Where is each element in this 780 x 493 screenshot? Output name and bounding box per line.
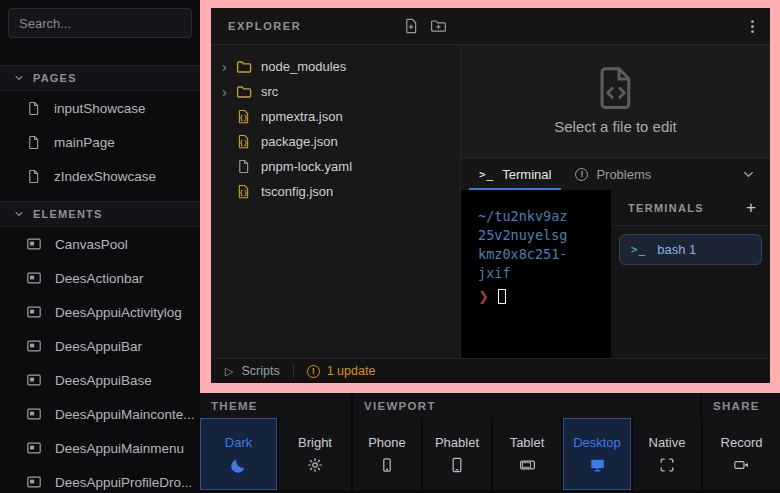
button-label: Phablet	[435, 435, 479, 450]
sidebar-item-deesappuibase[interactable]: DeesAppuiBase	[0, 363, 200, 397]
sidebar-section-pages[interactable]: PAGES	[0, 65, 200, 91]
terminal-output[interactable]: ~/tu2nkv9az 25v2nuyelsg kmz0x8c251- jxif…	[461, 190, 611, 358]
tree-item-label: package.json	[261, 134, 338, 149]
sidebar-item-deesappuiprofiledropdown[interactable]: DeesAppuiProfileDro...	[0, 465, 200, 493]
element-icon	[26, 440, 42, 456]
prompt-chevron: ❯	[478, 287, 489, 306]
viewport-desktop-button[interactable]: Desktop	[563, 418, 631, 490]
collapse-panel-button[interactable]	[742, 158, 770, 190]
update-badge[interactable]: ! 1 update	[307, 364, 376, 378]
tab-problems[interactable]: ! Problems	[563, 158, 663, 190]
sidebar-item-label: DeesActionbar	[55, 271, 144, 286]
search-input[interactable]	[8, 8, 192, 38]
group-theme-label: THEME	[200, 393, 351, 418]
sidebar-item-label: DeesAppuiBar	[55, 339, 142, 354]
element-icon	[26, 338, 42, 354]
share-record-button[interactable]: Record	[703, 418, 780, 490]
new-file-button[interactable]	[403, 18, 419, 34]
tab-label: Terminal	[502, 167, 551, 182]
tree-item-pnpm-lock-yaml[interactable]: pnpm-lock.yaml	[211, 154, 460, 179]
json-file-icon: {}	[236, 134, 253, 149]
tree-item-label: node_modules	[261, 59, 346, 74]
scripts-button[interactable]: ▷ Scripts	[225, 364, 280, 378]
more-menu-button[interactable]	[751, 20, 754, 33]
phone-icon	[379, 457, 395, 473]
editor-right-column: Select a file to edit >_ Terminal ! Prob…	[461, 45, 770, 358]
chevron-right-icon: ›	[222, 60, 236, 74]
toolbar-buttons: Dark Bright Phone Phablet	[200, 418, 780, 490]
element-icon	[26, 372, 42, 388]
sidebar-item-label: zIndexShowcase	[54, 169, 156, 184]
element-icon	[26, 236, 42, 252]
sidebar-item-label: DeesAppuiProfileDro...	[55, 475, 192, 490]
sidebar-section-elements[interactable]: ELEMENTS	[0, 201, 200, 227]
sidebar-item-label: DeesAppuiMainconte...	[55, 407, 195, 422]
file-explorer: › node_modules › src	[211, 45, 461, 358]
theme-bright-button[interactable]: Bright	[279, 418, 351, 490]
terminal-session-bash-1[interactable]: >_ bash 1	[619, 234, 762, 265]
section-label: ELEMENTS	[33, 208, 103, 220]
terminals-panel: TERMINALS + >_ bash 1	[611, 190, 770, 358]
tree-item-node-modules[interactable]: › node_modules	[211, 54, 460, 79]
viewport-phablet-button[interactable]: Phablet	[423, 418, 491, 490]
new-folder-button[interactable]	[430, 18, 447, 34]
svg-text:{}: {}	[239, 188, 247, 197]
file-icon	[236, 159, 253, 174]
search-wrap	[0, 0, 200, 46]
terminal-cursor	[498, 289, 506, 304]
sidebar-item-inputshowcase[interactable]: inputShowcase	[0, 91, 200, 125]
sidebar-item-deesappuibar[interactable]: DeesAppuiBar	[0, 329, 200, 363]
tree-item-npmextra-json[interactable]: {} npmextra.json	[211, 104, 460, 129]
sidebar-item-deesappuimaincontent[interactable]: DeesAppuiMainconte...	[0, 397, 200, 431]
editor-topbar: EXPLORER	[211, 8, 770, 45]
tree-item-label: tsconfig.json	[261, 184, 333, 199]
kebab-dot	[751, 30, 754, 33]
add-terminal-button[interactable]: +	[746, 199, 756, 216]
tree-item-label: npmextra.json	[261, 109, 343, 124]
editor-empty-state: Select a file to edit	[461, 45, 770, 157]
chevron-down-icon	[14, 209, 24, 219]
sidebar-item-label: DeesAppuiActivitylog	[55, 305, 182, 320]
viewport-tablet-button[interactable]: Tablet	[493, 418, 561, 490]
sidebar-item-mainpage[interactable]: mainPage	[0, 125, 200, 159]
editor-statusbar: ▷ Scripts ! 1 update	[211, 358, 770, 383]
panel-tabs: >_ Terminal ! Problems	[461, 157, 770, 190]
tree-item-src[interactable]: › src	[211, 79, 460, 104]
svg-text:{}: {}	[239, 138, 247, 147]
update-alert-icon: !	[307, 365, 320, 378]
editor-topbar-right	[461, 8, 770, 44]
sidebar-item-deesappuiactivitylog[interactable]: DeesAppuiActivitylog	[0, 295, 200, 329]
button-label: Phone	[368, 435, 406, 450]
page-icon	[26, 101, 41, 116]
button-label: Native	[649, 435, 686, 450]
viewport-phone-button[interactable]: Phone	[353, 418, 421, 490]
record-video-icon	[733, 457, 750, 473]
empty-state-message: Select a file to edit	[554, 118, 677, 135]
viewport-native-button[interactable]: Native	[633, 418, 701, 490]
chevron-right-icon: ›	[222, 85, 236, 99]
kebab-dot	[751, 20, 754, 23]
button-label: Desktop	[573, 435, 621, 450]
sidebar-item-deesappuimainmenu[interactable]: DeesAppuiMainmenu	[0, 431, 200, 465]
element-icon	[26, 270, 42, 286]
terminal-line: 25v2nuyelsg	[478, 226, 611, 245]
tab-label: Problems	[596, 167, 651, 182]
element-icon	[26, 406, 42, 422]
sidebar-item-zindexshowcase[interactable]: zIndexShowcase	[0, 159, 200, 193]
json-file-icon: {}	[236, 184, 253, 199]
tree-item-label: pnpm-lock.yaml	[261, 159, 352, 174]
editor-window: EXPLORER	[211, 8, 770, 383]
page-icon	[26, 169, 41, 184]
tab-terminal[interactable]: >_ Terminal	[467, 158, 563, 190]
editor-main: › node_modules › src	[211, 45, 770, 358]
sidebar-item-deesactionbar[interactable]: DeesActionbar	[0, 261, 200, 295]
sidebar-item-label: DeesAppuiBase	[55, 373, 152, 388]
terminal-session-label: bash 1	[657, 242, 696, 257]
section-label: PAGES	[33, 72, 77, 84]
terminal-icon: >_	[479, 168, 494, 181]
tree-item-package-json[interactable]: {} package.json	[211, 129, 460, 154]
preview-frame: EXPLORER	[200, 0, 780, 393]
sidebar-item-canvaspool[interactable]: CanvasPool	[0, 227, 200, 261]
tree-item-tsconfig-json[interactable]: {} tsconfig.json	[211, 179, 460, 204]
theme-dark-button[interactable]: Dark	[200, 418, 277, 490]
